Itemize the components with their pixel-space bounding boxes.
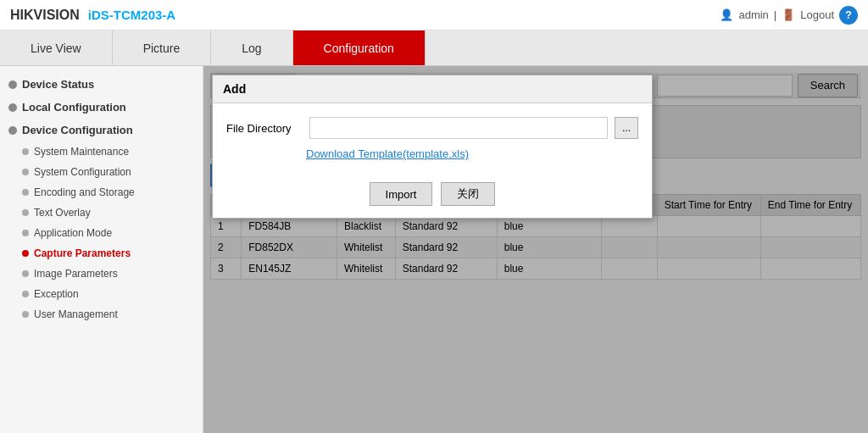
file-directory-label: File Directory — [226, 122, 303, 135]
sidebar-item-text-overlay[interactable]: Text Overlay — [0, 203, 203, 223]
file-directory-row: File Directory ... — [226, 117, 638, 139]
logout-icon: 🚪 — [782, 8, 795, 21]
username-label: admin — [738, 8, 768, 21]
local-config-dot — [8, 103, 17, 112]
user-management-dot — [22, 311, 29, 318]
content-area: Parameters Entrance and Exit Search Dele… — [203, 66, 868, 433]
device-status-label: Device Status — [22, 78, 94, 91]
system-maintenance-label: System Maintenance — [34, 146, 129, 158]
modal-import-button[interactable]: Import — [370, 182, 433, 206]
separator: | — [774, 8, 776, 21]
sidebar-item-system-configuration[interactable]: System Configuration — [0, 162, 203, 182]
help-button[interactable]: ? — [839, 6, 858, 25]
modal-title: Add — [213, 75, 652, 103]
user-management-label: User Management — [34, 308, 118, 320]
tab-picture[interactable]: Picture — [113, 31, 212, 65]
exception-label: Exception — [34, 288, 79, 300]
modal-close-button[interactable]: 关闭 — [441, 182, 495, 206]
device-status-dot — [8, 80, 17, 89]
system-maintenance-dot — [22, 148, 29, 155]
device-config-dot — [8, 126, 17, 135]
download-template-link[interactable]: Download Template(template.xls) — [306, 147, 469, 160]
nav-tabs: Live View Picture Log Configuration — [0, 31, 868, 66]
modal-overlay: Add File Directory ... Download Template… — [203, 66, 868, 433]
sidebar-item-system-maintenance[interactable]: System Maintenance — [0, 142, 203, 162]
local-config-label: Local Configuration — [22, 101, 126, 114]
encoding-storage-dot — [22, 189, 29, 196]
sidebar-item-image-parameters[interactable]: Image Parameters — [0, 264, 203, 284]
modal-body: File Directory ... Download Template(tem… — [213, 103, 652, 174]
sidebar-item-device-status[interactable]: Device Status — [0, 73, 203, 96]
tab-live-view[interactable]: Live View — [0, 31, 113, 65]
application-mode-label: Application Mode — [34, 227, 112, 239]
logout-link[interactable]: Logout — [800, 8, 834, 21]
sidebar-item-device-configuration[interactable]: Device Configuration — [0, 119, 203, 142]
tab-configuration[interactable]: Configuration — [293, 31, 426, 65]
logo: HIKVISION — [10, 8, 80, 23]
sidebar-item-user-management[interactable]: User Management — [0, 304, 203, 325]
image-parameters-dot — [22, 270, 29, 277]
encoding-storage-label: Encoding and Storage — [34, 186, 135, 198]
sidebar: Device Status Local Configuration Device… — [0, 66, 203, 433]
add-modal: Add File Directory ... Download Template… — [212, 75, 653, 219]
sidebar-item-capture-parameters[interactable]: Capture Parameters — [0, 243, 203, 264]
capture-parameters-dot — [22, 250, 29, 257]
system-configuration-label: System Configuration — [34, 166, 131, 178]
header: HIKVISION iDS-TCM203-A 👤 admin | 🚪 Logou… — [0, 0, 868, 31]
file-directory-input[interactable] — [309, 117, 608, 139]
tab-log[interactable]: Log — [211, 31, 292, 65]
header-right: 👤 admin | 🚪 Logout ? — [720, 6, 858, 25]
device-config-label: Device Configuration — [22, 124, 133, 136]
modal-footer: Import 关闭 — [213, 174, 652, 218]
user-icon: 👤 — [720, 8, 733, 21]
download-link-row: Download Template(template.xls) — [226, 147, 638, 160]
sidebar-item-application-mode[interactable]: Application Mode — [0, 223, 203, 243]
sidebar-item-encoding-storage[interactable]: Encoding and Storage — [0, 182, 203, 203]
browse-button[interactable]: ... — [615, 117, 638, 139]
capture-parameters-label: Capture Parameters — [34, 247, 131, 259]
sidebar-item-exception[interactable]: Exception — [0, 284, 203, 304]
header-left: HIKVISION iDS-TCM203-A — [10, 8, 175, 23]
image-parameters-label: Image Parameters — [34, 268, 118, 280]
main-layout: Device Status Local Configuration Device… — [0, 66, 868, 433]
model-name: iDS-TCM203-A — [88, 8, 175, 22]
sidebar-item-local-configuration[interactable]: Local Configuration — [0, 96, 203, 119]
exception-dot — [22, 291, 29, 297]
text-overlay-dot — [22, 209, 29, 216]
text-overlay-label: Text Overlay — [34, 207, 91, 219]
application-mode-dot — [22, 230, 29, 236]
system-configuration-dot — [22, 169, 29, 175]
